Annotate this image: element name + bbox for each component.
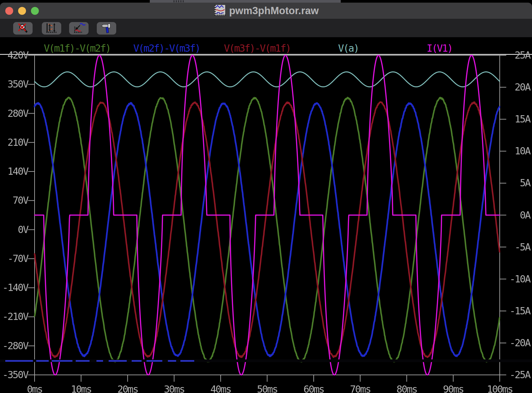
y-left-tick-label: -350V: [0, 369, 28, 380]
y-left-tick-label: 140V: [0, 166, 28, 177]
y-left-tick-label: -70V: [0, 253, 28, 264]
clipped-blue-text-fragment: [168, 360, 176, 362]
x-tick-label: 90ms: [430, 383, 476, 393]
x-tick-label: 100ms: [477, 383, 523, 393]
clipped-blue-text-fragment: [5, 360, 33, 362]
y-left-tick-label: 210V: [0, 137, 28, 148]
y-left-tick-label: -210V: [0, 311, 28, 322]
plot-pane: V(m1f)-V(m2f) V(m2f)-V(m3f) V(m3f)-V(m1f…: [0, 37, 532, 393]
zoom-button[interactable]: [31, 7, 39, 15]
y-right-tick-label: -5A: [502, 241, 530, 253]
screen: pwm3phMotor.raw: [0, 0, 532, 393]
y-right-tick-label: -20A: [502, 337, 530, 349]
y-right-tick-label: 15A: [502, 113, 530, 125]
minimize-button[interactable]: [18, 7, 26, 15]
y-left-tick-label: 350V: [0, 78, 28, 90]
plot-settings-icon: [72, 23, 86, 34]
waveform-viewer-window: pwm3phMotor.raw: [0, 3, 532, 393]
close-button[interactable]: [5, 7, 13, 15]
toolbar: [0, 19, 532, 37]
x-tick-label: 20ms: [105, 383, 151, 393]
y-left-tick-label: 420V: [0, 49, 28, 61]
y-right-tick-label: 10A: [502, 145, 530, 157]
clipped-blue-text-fragment: [76, 360, 90, 362]
y-right-tick-label: 0A: [502, 209, 530, 221]
clipped-blue-text-fragment: [36, 360, 49, 362]
x-tick-label: 30ms: [151, 383, 197, 393]
x-tick-label: 50ms: [244, 383, 290, 393]
y-right-tick-label: 25A: [502, 49, 530, 61]
clipped-blue-text-fragment: [180, 360, 194, 362]
x-tick-label: 40ms: [198, 383, 244, 393]
clipped-blue-text-fragment: [132, 360, 142, 362]
plot-settings-button[interactable]: [69, 22, 89, 35]
clipped-blue-text-fragment: [96, 360, 103, 362]
zoom-back-button[interactable]: [13, 22, 33, 35]
y-left-tick-label: 0V: [0, 224, 28, 235]
background-window-glyphs: [173, 0, 185, 2]
clipped-blue-text-fragment: [52, 360, 72, 362]
waveform-canvas[interactable]: [0, 37, 532, 393]
title-group: pwm3phMotor.raw: [213, 5, 319, 17]
clipped-background-row: [0, 359, 532, 362]
background-window-edge: [150, 0, 341, 3]
y-right-tick-label: -10A: [502, 273, 530, 285]
y-right-tick-label: -25A: [502, 369, 530, 380]
control-panel-button[interactable]: [97, 22, 116, 35]
x-tick-label: 60ms: [291, 383, 337, 393]
control-panel-hammer-icon: [100, 23, 113, 34]
window-title: pwm3phMotor.raw: [229, 5, 319, 17]
waveform-document-icon: [213, 5, 225, 16]
y-right-tick-label: 20A: [502, 81, 530, 93]
x-tick-label: 70ms: [337, 383, 383, 393]
x-tick-label: 0ms: [12, 383, 58, 393]
y-left-tick-label: 70V: [0, 195, 28, 206]
title-bar[interactable]: pwm3phMotor.raw: [0, 3, 532, 19]
traffic-lights: [0, 3, 39, 19]
y-left-tick-label: -280V: [0, 340, 28, 352]
zoom-undo-icon: [16, 23, 30, 34]
y-left-tick-label: 280V: [0, 108, 28, 119]
y-right-tick-label: -15A: [502, 305, 530, 317]
x-tick-label: 10ms: [58, 383, 104, 393]
y-right-tick-label: 5A: [502, 177, 530, 189]
y-left-tick-label: -140V: [0, 282, 28, 293]
clipped-blue-text-fragment: [146, 360, 162, 362]
clipped-blue-text-fragment: [109, 360, 127, 362]
autorange-axes-icon: [45, 23, 58, 34]
x-tick-label: 80ms: [384, 383, 430, 393]
autorange-button[interactable]: [42, 22, 61, 35]
